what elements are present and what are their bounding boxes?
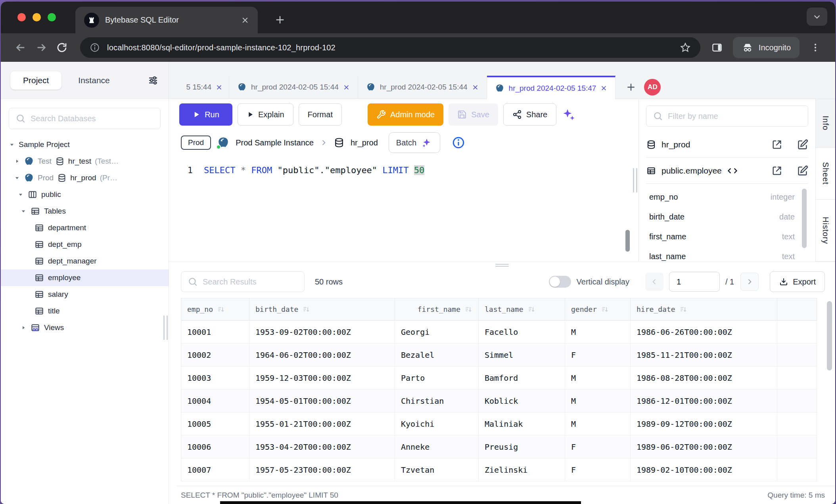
prev-page-button[interactable] bbox=[645, 273, 663, 291]
column-row[interactable]: first_name text bbox=[649, 227, 807, 246]
sort-icon[interactable] bbox=[527, 305, 535, 313]
tree-item-dept-manager[interactable]: dept_manager bbox=[1, 253, 169, 269]
run-button[interactable]: Run bbox=[179, 103, 232, 126]
results-splitter[interactable] bbox=[169, 262, 835, 266]
forward-button[interactable] bbox=[31, 37, 52, 58]
tab-instance[interactable]: Instance bbox=[65, 71, 122, 90]
filter-by-name-input[interactable] bbox=[668, 112, 801, 121]
page-number-input[interactable] bbox=[669, 272, 720, 292]
browser-tab[interactable]: Bytebase SQL Editor bbox=[75, 7, 258, 33]
browser-menu-icon[interactable] bbox=[805, 37, 826, 58]
tree-item-hr-test[interactable]: Test hr_test (Test… bbox=[1, 153, 169, 170]
column-header-first-name[interactable]: first_name bbox=[395, 298, 479, 321]
column-header-hire-date[interactable]: hire_date bbox=[631, 298, 777, 321]
caret-down-icon[interactable] bbox=[9, 141, 15, 148]
tree-item-salary[interactable]: salary bbox=[1, 286, 169, 303]
query-tab-3[interactable]: hr_prod 2024-02-05 15:44 bbox=[358, 76, 487, 99]
instance-name[interactable]: Prod Sample Instance bbox=[236, 138, 314, 147]
query-tab-4-active[interactable]: hr_prod 2024-02-05 15:47 bbox=[487, 76, 616, 99]
open-external-icon[interactable] bbox=[771, 139, 782, 150]
table-scrollbar[interactable] bbox=[827, 301, 832, 370]
caret-down-icon[interactable] bbox=[20, 208, 27, 214]
column-header-gender[interactable]: gender bbox=[565, 298, 631, 321]
reload-button[interactable] bbox=[52, 37, 72, 58]
editor-scrollbar[interactable] bbox=[625, 230, 630, 252]
export-button[interactable]: Export bbox=[770, 271, 825, 292]
edit-icon[interactable] bbox=[797, 165, 808, 176]
window-controls[interactable] bbox=[17, 13, 56, 21]
query-tab-2[interactable]: hr_prod 2024-02-05 15:44 bbox=[229, 76, 358, 99]
search-databases-input[interactable] bbox=[31, 114, 154, 123]
sort-icon[interactable] bbox=[679, 305, 687, 313]
batch-button[interactable]: Batch bbox=[389, 132, 440, 153]
tree-item-title[interactable]: title bbox=[1, 303, 169, 319]
minimize-window-button[interactable] bbox=[33, 13, 41, 21]
panel-resize-handle[interactable] bbox=[633, 168, 637, 193]
filter-by-name[interactable] bbox=[646, 105, 808, 127]
close-window-button[interactable] bbox=[17, 13, 26, 21]
column-header-last-name[interactable]: last_name bbox=[479, 298, 565, 321]
explain-button[interactable]: Explain bbox=[238, 103, 293, 126]
share-button[interactable]: Share bbox=[503, 103, 556, 126]
tab-sheet[interactable]: Sheet bbox=[816, 148, 835, 200]
tree-item-department[interactable]: department bbox=[1, 220, 169, 236]
caret-down-icon[interactable] bbox=[17, 191, 24, 198]
vertical-display-toggle[interactable] bbox=[549, 276, 571, 288]
tree-item-dept-emp[interactable]: dept_emp bbox=[1, 236, 169, 253]
new-tab-button[interactable] bbox=[270, 10, 290, 29]
close-query-tab-icon[interactable] bbox=[216, 84, 222, 91]
sql-editor[interactable]: 1 SELECT * FROM "public"."employee" LIMI… bbox=[169, 155, 639, 262]
url-bar[interactable]: localhost:8080/sql-editor/prod-sample-in… bbox=[80, 37, 700, 58]
close-query-tab-icon[interactable] bbox=[600, 85, 607, 92]
code-icon[interactable] bbox=[727, 165, 738, 176]
sidebar-resize-handle[interactable] bbox=[163, 315, 168, 340]
tab-search-button[interactable] bbox=[807, 8, 827, 26]
tab-history[interactable]: History bbox=[816, 200, 835, 262]
tab-project[interactable]: Project bbox=[10, 71, 61, 90]
tree-item-tables[interactable]: Tables bbox=[1, 203, 169, 220]
tab-info[interactable]: Info bbox=[816, 99, 835, 148]
column-row[interactable]: birth_date date bbox=[649, 207, 807, 227]
tree-item-public-schema[interactable]: public bbox=[1, 186, 169, 203]
ai-sparkle-icon[interactable] bbox=[562, 107, 576, 122]
sort-icon[interactable] bbox=[464, 305, 472, 313]
caret-down-icon[interactable] bbox=[14, 175, 20, 181]
sort-icon[interactable] bbox=[302, 305, 310, 313]
close-query-tab-icon[interactable] bbox=[472, 84, 479, 91]
caret-right-icon[interactable] bbox=[20, 325, 27, 331]
tree-item-views[interactable]: Views bbox=[1, 319, 169, 336]
side-panel-icon[interactable] bbox=[707, 37, 727, 58]
column-header-birth-date[interactable]: birth_date bbox=[249, 298, 395, 321]
column-header-emp-no[interactable]: emp_no bbox=[181, 298, 249, 321]
bookmark-star-icon[interactable] bbox=[680, 42, 691, 53]
database-name[interactable]: hr_prod bbox=[351, 138, 378, 147]
admin-mode-button[interactable]: Admin mode bbox=[368, 103, 443, 126]
close-tab-icon[interactable] bbox=[241, 16, 249, 24]
tree-item-hr-prod[interactable]: Prod hr_prod (Pr… bbox=[1, 170, 169, 186]
site-info-icon[interactable] bbox=[90, 42, 100, 53]
edit-icon[interactable] bbox=[797, 139, 808, 150]
database-search[interactable] bbox=[9, 108, 161, 129]
add-query-tab-icon[interactable] bbox=[626, 82, 636, 92]
back-button[interactable] bbox=[10, 37, 31, 58]
tree-settings-icon[interactable] bbox=[147, 74, 159, 86]
next-page-button[interactable] bbox=[740, 273, 759, 291]
column-row[interactable]: emp_no integer bbox=[649, 187, 807, 207]
query-tab-1[interactable]: 5 15:44 bbox=[169, 76, 229, 99]
open-external-icon[interactable] bbox=[771, 165, 782, 176]
splitter-handle-icon[interactable] bbox=[495, 263, 509, 268]
tree-item-employee[interactable]: employee bbox=[1, 269, 169, 286]
zoom-window-button[interactable] bbox=[48, 13, 56, 21]
search-results[interactable] bbox=[181, 271, 305, 292]
tree-item-sample-project[interactable]: Sample Project bbox=[1, 136, 169, 153]
column-row[interactable]: last_name text bbox=[649, 246, 807, 262]
user-avatar[interactable]: AD bbox=[644, 79, 661, 95]
sort-icon[interactable] bbox=[601, 305, 609, 313]
format-button[interactable]: Format bbox=[299, 103, 342, 126]
save-button[interactable]: Save bbox=[449, 103, 498, 126]
column-list-scrollbar[interactable] bbox=[802, 189, 807, 248]
info-icon[interactable] bbox=[452, 136, 465, 149]
close-query-tab-icon[interactable] bbox=[343, 84, 350, 91]
caret-right-icon[interactable] bbox=[14, 158, 20, 164]
search-results-input[interactable] bbox=[203, 277, 298, 286]
